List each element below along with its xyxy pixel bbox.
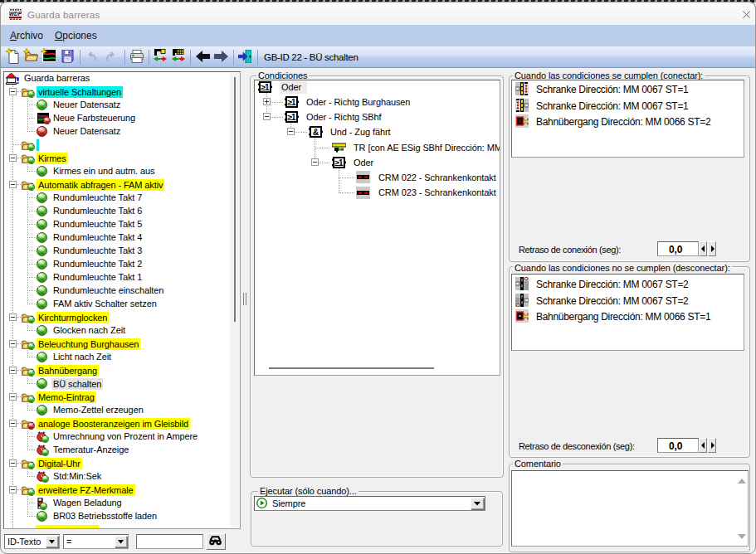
svg-text:≥1: ≥1 [335,158,344,168]
svg-text:≥1: ≥1 [288,113,296,122]
svg-text:≥1: ≥1 [288,98,296,107]
svg-text:&: & [313,128,319,137]
svg-text:≥1: ≥1 [261,83,270,92]
svg-text:WDP: WDP [9,11,22,17]
